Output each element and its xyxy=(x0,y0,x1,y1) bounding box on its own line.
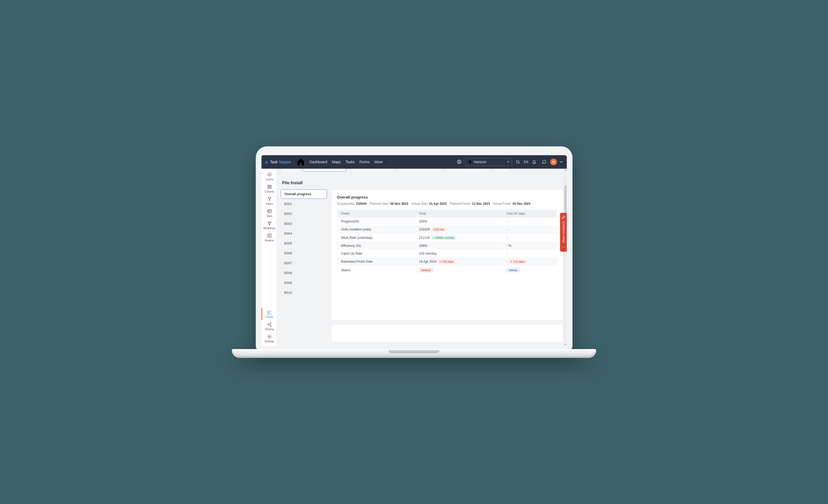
home-button[interactable] xyxy=(296,159,305,165)
body-shell: LayersClassesFiltersTableWorkflowsAnalyz… xyxy=(261,169,567,346)
rail-layers[interactable]: Layers xyxy=(261,170,277,182)
layers-icon xyxy=(267,172,272,177)
svg-rect-2 xyxy=(267,162,268,164)
sharing-icon xyxy=(267,322,272,327)
workarea: Overall progressB001B002B003B004B005B006… xyxy=(281,190,563,342)
section-title: Pile Install xyxy=(282,181,562,185)
project-name: Horizon xyxy=(474,160,486,164)
bell-icon xyxy=(532,160,536,164)
language-toggle[interactable]: EN xyxy=(524,160,528,164)
nav-tasks[interactable]: Tasks xyxy=(345,160,355,164)
vertical-scrollbar[interactable]: ▲ ▼ xyxy=(564,169,567,346)
rail-workflows[interactable]: Workflows xyxy=(261,219,277,231)
card-stub[interactable] xyxy=(398,169,442,172)
delta-pill: + 111 days xyxy=(509,259,526,264)
notifications-button[interactable] xyxy=(531,158,538,166)
sidelist-item[interactable]: B005 xyxy=(281,239,327,248)
settings-gear-button[interactable] xyxy=(455,158,463,166)
chevron-down-icon xyxy=(559,160,564,164)
nav-more[interactable]: More xyxy=(374,160,386,164)
meta-item: Scope(units): 232644 xyxy=(337,202,367,206)
left-rail: LayersClassesFiltersTableWorkflowsAnalyz… xyxy=(261,169,277,346)
topbar: TaskMapper Dashboard Maps Tasks Forms Mo… xyxy=(261,155,567,169)
table-row: StatusBehindAhead xyxy=(337,266,557,275)
col-header: Total xyxy=(415,210,502,217)
table-row: Units Installed (units)232426-218 nos- xyxy=(337,225,557,234)
ellipsis-icon: ⋯ xyxy=(562,245,565,249)
table-icon xyxy=(267,209,272,214)
sidelist-item[interactable]: B003 xyxy=(281,219,327,228)
svg-rect-8 xyxy=(270,187,271,188)
brand-name: Task xyxy=(270,160,278,164)
sidelist-item[interactable]: Overall progress xyxy=(281,190,327,199)
rail-classes[interactable]: Classes xyxy=(261,182,277,195)
table-row: Efficiency (%)199%- % xyxy=(337,242,557,250)
chevron-down-icon xyxy=(383,160,386,164)
search-button[interactable] xyxy=(514,158,522,166)
svg-point-17 xyxy=(269,336,270,337)
nav-forms[interactable]: Forms xyxy=(359,160,370,164)
rail-charts[interactable]: Charts xyxy=(261,308,277,320)
project-selector[interactable]: Horizon xyxy=(465,158,512,166)
search-icon xyxy=(515,160,520,164)
chat-icon xyxy=(542,160,546,164)
secondary-panel xyxy=(331,324,563,342)
sidelist-item[interactable]: B009 xyxy=(281,278,327,288)
feedback-label: Share feedback xyxy=(562,221,565,243)
col-header: Past 90 days xyxy=(502,210,557,217)
avatar[interactable]: M xyxy=(550,159,557,165)
chat-button[interactable] xyxy=(540,158,548,166)
sidelist-item[interactable]: B002 xyxy=(281,209,327,218)
sidelist-item[interactable]: B008 xyxy=(281,268,327,278)
rail-settings[interactable]: Settings xyxy=(261,332,277,344)
svg-point-3 xyxy=(459,161,460,162)
table-row: Work Rate (units/day)211116+ 48869 nos/d… xyxy=(337,234,557,242)
sidelist-item[interactable]: B006 xyxy=(281,249,327,258)
workflows-icon xyxy=(267,221,272,226)
panel-meta: Scope(units): 232644Planned Start: 08 No… xyxy=(337,202,557,206)
sidelist-item[interactable]: B007 xyxy=(281,258,327,268)
app-root: TaskMapper Dashboard Maps Tasks Forms Mo… xyxy=(261,155,567,346)
brand-logo[interactable]: TaskMapper xyxy=(264,159,294,165)
svg-rect-6 xyxy=(270,185,271,186)
rail-filters[interactable]: Filters xyxy=(261,195,277,207)
table-row: Catch Up Rate100 nos/day- xyxy=(337,250,557,257)
table-row: Estimated Finish Date19 Apr 2024+ 110 da… xyxy=(337,257,557,266)
nav-maps[interactable]: Maps xyxy=(332,160,341,164)
table-row: Progress(%)100%- xyxy=(337,217,557,225)
settings-icon xyxy=(267,334,272,339)
avatar-menu[interactable] xyxy=(559,158,564,166)
classes-icon xyxy=(267,184,272,189)
analyze-icon xyxy=(267,233,272,238)
filters-icon xyxy=(267,197,272,201)
main-nav: Dashboard Maps Tasks Forms More xyxy=(309,160,386,164)
sidelist-item[interactable]: B010 xyxy=(281,288,327,297)
status-badge: Ahead xyxy=(506,268,520,272)
meta-item: Actual Finish: 03 Dec 2023 xyxy=(493,202,531,206)
svg-rect-5 xyxy=(268,185,269,186)
brand-suffix: Mapper xyxy=(279,160,291,164)
rail-sharing[interactable]: Sharing xyxy=(261,320,277,332)
content-area: Pile Install Overall progressB001B002B00… xyxy=(277,169,567,346)
card-stub[interactable] xyxy=(350,169,395,172)
progress-panel: Overall progress Scope(units): 232644Pla… xyxy=(331,190,563,321)
meta-item: Actual Start: 21 Apr 2023 xyxy=(411,202,447,206)
brand-icon xyxy=(264,160,269,164)
rail-table[interactable]: Table xyxy=(261,207,277,219)
svg-rect-1 xyxy=(266,160,267,163)
scroll-down-arrow[interactable]: ▼ xyxy=(564,343,567,346)
card-stub[interactable] xyxy=(446,169,490,172)
sidelist-item[interactable]: B001 xyxy=(281,199,327,209)
card-stub-selected[interactable] xyxy=(302,169,346,172)
meta-item: Planned Start: 08 Nov 2022 xyxy=(370,202,408,206)
card-stub[interactable] xyxy=(494,169,509,172)
feedback-tab[interactable]: Share feedback ⋯ xyxy=(560,213,567,252)
scroll-up-arrow[interactable]: ▲ xyxy=(564,169,567,172)
rail-analyze[interactable]: Analyze xyxy=(261,231,277,244)
nav-dashboard[interactable]: Dashboard xyxy=(309,160,327,164)
top-cards xyxy=(281,169,563,172)
sidelist-item[interactable]: B004 xyxy=(281,229,327,238)
card-stub[interactable] xyxy=(281,169,299,172)
pencil-icon xyxy=(562,215,565,219)
col-header: Fields xyxy=(337,210,415,217)
